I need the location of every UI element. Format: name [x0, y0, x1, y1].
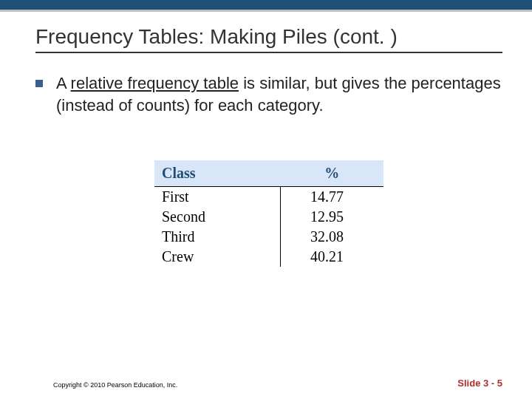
cell-class: First	[154, 187, 281, 208]
title-divider	[35, 52, 502, 53]
slide-content: Frequency Tables: Making Piles (cont. ) …	[0, 12, 532, 267]
bullet-prefix: A	[56, 74, 71, 92]
table-row: Second 12.95	[154, 207, 383, 227]
cell-class: Second	[154, 207, 281, 227]
copyright-text: Copyright © 2010 Pearson Education, Inc.	[53, 381, 177, 389]
cell-percent: 32.08	[281, 227, 384, 247]
cell-percent: 40.21	[281, 247, 384, 267]
cell-class: Crew	[154, 247, 281, 267]
frequency-table-container: Class % First 14.77 Second 12.95 Third 3…	[154, 160, 383, 267]
col-header-class: Class	[154, 160, 281, 187]
col-header-percent: %	[281, 160, 384, 187]
table-row: Crew 40.21	[154, 247, 383, 267]
frequency-table: Class % First 14.77 Second 12.95 Third 3…	[154, 160, 383, 267]
cell-percent: 12.95	[281, 207, 384, 227]
square-bullet-icon	[35, 80, 43, 87]
bullet-text: A relative frequency table is similar, b…	[56, 72, 502, 116]
slide-footer: Copyright © 2010 Pearson Education, Inc.…	[0, 378, 532, 389]
bullet-item: A relative frequency table is similar, b…	[35, 72, 502, 116]
cell-class: Third	[154, 227, 281, 247]
slide-number: Slide 3 - 5	[457, 378, 502, 389]
table-row: First 14.77	[154, 187, 383, 208]
slide-title: Frequency Tables: Making Piles (cont. )	[35, 25, 502, 49]
table-row: Third 32.08	[154, 227, 383, 247]
table-header-row: Class %	[154, 160, 383, 187]
header-accent-bar	[0, 0, 532, 12]
cell-percent: 14.77	[281, 187, 384, 208]
bullet-term: relative frequency table	[71, 74, 239, 92]
